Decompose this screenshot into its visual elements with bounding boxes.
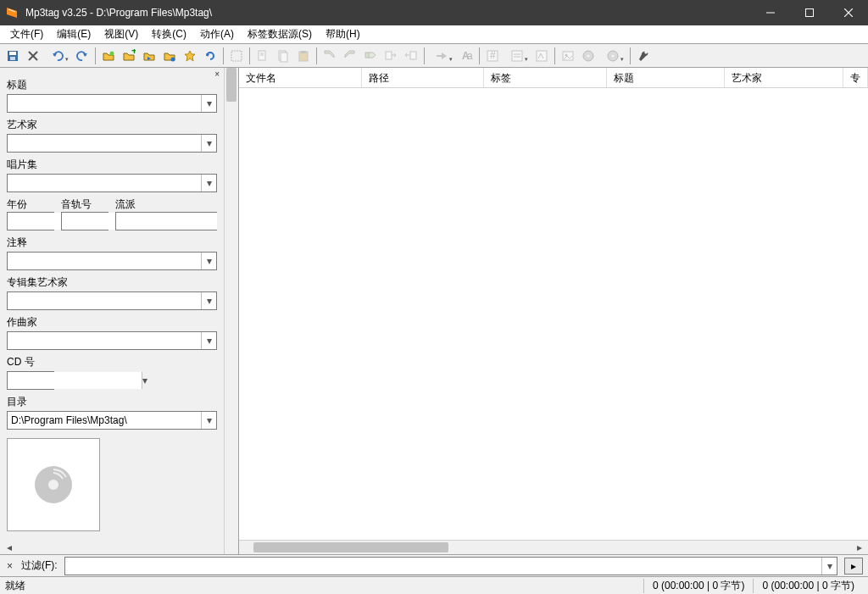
filter-close-icon[interactable]: × <box>5 560 14 572</box>
column-headers: 文件名 路径 标签 标题 艺术家 专 <box>239 68 868 88</box>
playlist-new-icon[interactable] <box>160 47 179 65</box>
actions-icon[interactable] <box>428 47 455 65</box>
maximize-button[interactable] <box>790 0 829 25</box>
tag-to-file-icon[interactable] <box>320 47 339 65</box>
folder-add-icon[interactable]: + <box>120 47 138 65</box>
input-directory[interactable] <box>8 412 201 429</box>
case-icon[interactable] <box>532 47 551 65</box>
input-title[interactable] <box>8 95 201 112</box>
panel-scrollbar[interactable] <box>224 68 238 554</box>
file-to-tag-icon[interactable] <box>341 47 359 65</box>
menu-edit[interactable]: 编辑(E) <box>50 25 97 43</box>
undo-icon[interactable] <box>44 47 71 65</box>
cover-icon[interactable] <box>559 47 577 65</box>
panel-close-icon[interactable]: × <box>212 69 222 79</box>
chevron-down-icon[interactable]: ▾ <box>201 253 216 269</box>
redo-icon[interactable] <box>73 47 92 65</box>
paste-icon[interactable] <box>294 47 313 65</box>
app-icon <box>0 6 24 19</box>
discogs-icon[interactable] <box>579 47 598 65</box>
star-icon[interactable] <box>181 47 199 65</box>
tag-to-text-icon[interactable] <box>402 47 420 65</box>
toolbar-separator <box>630 47 631 64</box>
scroll-right-icon[interactable]: ▸ <box>852 541 866 553</box>
minimize-button[interactable] <box>751 0 790 25</box>
field-albumartist[interactable]: ▾ <box>7 291 217 310</box>
column-artist[interactable]: 艺术家 <box>725 68 843 87</box>
chevron-down-icon[interactable]: ▾ <box>201 135 216 152</box>
menu-tagsources[interactable]: 标签数据源(S) <box>241 25 319 43</box>
chevron-down-icon[interactable]: ▾ <box>201 175 216 192</box>
field-track[interactable]: ▾ <box>61 212 108 230</box>
refresh-icon[interactable] <box>201 47 220 65</box>
field-album[interactable]: ▾ <box>7 174 217 192</box>
quick-action-icon[interactable]: Aa <box>457 47 476 65</box>
renumber-icon[interactable]: # <box>483 47 502 65</box>
tools-icon[interactable] <box>634 47 653 65</box>
field-artist[interactable]: ▾ <box>7 134 217 153</box>
label-comment: 注释 <box>7 232 217 250</box>
chevron-down-icon[interactable]: ▾ <box>201 332 216 349</box>
svg-point-11 <box>171 57 175 61</box>
input-album[interactable] <box>8 175 201 192</box>
menu-actions[interactable]: 动作(A) <box>193 25 241 43</box>
input-albumartist[interactable] <box>8 292 201 309</box>
list-hscrollbar[interactable]: ◂ ▸ <box>239 540 868 554</box>
save-icon[interactable] <box>3 47 22 65</box>
input-comment[interactable] <box>8 253 201 269</box>
text-to-tag-icon[interactable] <box>381 47 400 65</box>
input-discno[interactable] <box>8 372 142 389</box>
filter-label: 过滤(F): <box>21 558 58 573</box>
svg-text:#: # <box>490 49 496 61</box>
menu-file[interactable]: 文件(F) <box>3 25 50 43</box>
delete-icon[interactable] <box>24 47 42 65</box>
autonumber-icon[interactable] <box>504 47 531 65</box>
chevron-down-icon[interactable]: ▾ <box>201 292 216 309</box>
field-title[interactable]: ▾ <box>7 94 217 113</box>
chevron-down-icon[interactable]: ▾ <box>201 412 216 429</box>
column-title[interactable]: 标题 <box>607 68 726 87</box>
close-button[interactable] <box>829 0 868 25</box>
main-area: × 标题 ▾ 艺术家 ▾ 唱片集 ▾ 年份 ▾ 音轨号 ▾ <box>0 68 868 554</box>
input-genre[interactable] <box>116 213 217 230</box>
chevron-down-icon[interactable]: ▾ <box>201 95 216 112</box>
musicbrainz-icon[interactable] <box>599 47 626 65</box>
chevron-down-icon[interactable]: ▾ <box>142 372 147 389</box>
field-comment[interactable]: ▾ <box>7 252 217 270</box>
field-year[interactable]: ▾ <box>7 212 54 230</box>
folder-open-icon[interactable] <box>99 47 118 65</box>
select-all-icon[interactable] <box>227 47 246 65</box>
album-art-placeholder[interactable] <box>7 438 100 531</box>
column-album[interactable]: 专 <box>843 68 868 87</box>
field-composer[interactable]: ▾ <box>7 331 217 350</box>
svg-text:a: a <box>467 50 473 62</box>
field-genre[interactable]: ▾ <box>115 212 217 230</box>
playlist-icon[interactable] <box>140 47 159 65</box>
chevron-down-icon[interactable]: ▾ <box>821 558 837 575</box>
scrollbar-thumb[interactable] <box>226 68 236 102</box>
menu-view[interactable]: 视图(V) <box>97 25 145 43</box>
column-tag[interactable]: 标签 <box>484 68 607 87</box>
svg-rect-1 <box>806 9 814 17</box>
tag-tag-icon[interactable] <box>361 47 380 65</box>
tag-panel-container: × 标题 ▾ 艺术家 ▾ 唱片集 ▾ 年份 ▾ 音轨号 ▾ <box>0 68 239 554</box>
scroll-left-icon[interactable]: ◂ <box>2 541 16 553</box>
label-track: 音轨号 <box>61 194 108 212</box>
menu-help[interactable]: 帮助(H) <box>319 25 367 43</box>
field-discno[interactable]: ▾ <box>7 371 54 390</box>
menu-convert[interactable]: 转换(C) <box>145 25 193 43</box>
scrollbar-thumb[interactable] <box>253 542 448 552</box>
input-composer[interactable] <box>8 332 201 349</box>
filter-input[interactable] <box>65 558 821 575</box>
filter-apply-button[interactable]: ▸ <box>844 558 863 575</box>
column-path[interactable]: 路径 <box>362 68 485 87</box>
field-directory[interactable]: ▾ <box>7 411 217 430</box>
copy-icon[interactable] <box>274 47 292 65</box>
cut-icon[interactable] <box>253 47 272 65</box>
svg-text:+: + <box>131 49 136 57</box>
input-artist[interactable] <box>8 135 201 152</box>
column-filename[interactable]: 文件名 <box>239 68 362 87</box>
file-list-body[interactable] <box>239 88 868 540</box>
filter-input-combo[interactable]: ▾ <box>64 557 837 575</box>
toolbar-separator <box>223 47 224 64</box>
